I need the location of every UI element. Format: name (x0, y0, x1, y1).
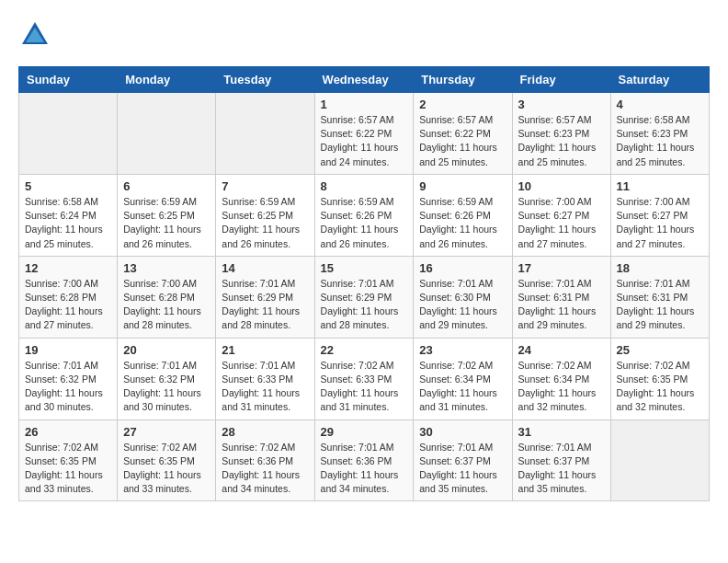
day-number: 3 (518, 98, 605, 111)
day-info: Sunrise: 7:01 AM Sunset: 6:37 PM Dayligh… (419, 441, 506, 497)
day-number: 20 (123, 343, 210, 357)
day-info: Sunrise: 7:01 AM Sunset: 6:29 PM Dayligh… (321, 277, 408, 333)
day-number: 15 (321, 261, 408, 275)
calendar-cell: 16Sunrise: 7:01 AM Sunset: 6:30 PM Dayli… (414, 256, 512, 338)
day-info: Sunrise: 7:02 AM Sunset: 6:36 PM Dayligh… (222, 441, 308, 497)
calendar-cell: 20Sunrise: 7:01 AM Sunset: 6:32 PM Dayli… (118, 338, 216, 419)
weekday-header-wednesday: Wednesday (314, 67, 414, 93)
day-number: 9 (419, 179, 506, 193)
logo-icon (18, 18, 51, 52)
day-info: Sunrise: 6:57 AM Sunset: 6:22 PM Dayligh… (419, 113, 506, 169)
day-number: 8 (321, 179, 408, 193)
calendar-cell: 5Sunrise: 6:58 AM Sunset: 6:24 PM Daylig… (19, 174, 118, 256)
day-info: Sunrise: 7:01 AM Sunset: 6:37 PM Dayligh… (518, 441, 605, 497)
calendar-cell: 23Sunrise: 7:02 AM Sunset: 6:34 PM Dayli… (414, 338, 512, 419)
day-number: 23 (419, 343, 506, 357)
day-number: 19 (25, 343, 111, 357)
day-info: Sunrise: 6:59 AM Sunset: 6:26 PM Dayligh… (419, 195, 506, 251)
calendar-table: SundayMondayTuesdayWednesdayThursdayFrid… (18, 66, 710, 501)
day-info: Sunrise: 7:00 AM Sunset: 6:27 PM Dayligh… (518, 195, 605, 251)
day-info: Sunrise: 7:02 AM Sunset: 6:35 PM Dayligh… (123, 441, 210, 497)
day-number: 7 (222, 179, 308, 193)
day-number: 31 (518, 425, 605, 439)
calendar-cell: 8Sunrise: 6:59 AM Sunset: 6:26 PM Daylig… (314, 174, 414, 256)
day-info: Sunrise: 7:02 AM Sunset: 6:34 PM Dayligh… (518, 359, 605, 415)
calendar-cell: 25Sunrise: 7:02 AM Sunset: 6:35 PM Dayli… (610, 338, 709, 419)
day-info: Sunrise: 7:02 AM Sunset: 6:35 PM Dayligh… (617, 359, 703, 415)
day-info: Sunrise: 7:01 AM Sunset: 6:29 PM Dayligh… (222, 277, 308, 333)
day-info: Sunrise: 7:00 AM Sunset: 6:28 PM Dayligh… (123, 277, 210, 333)
calendar-cell: 13Sunrise: 7:00 AM Sunset: 6:28 PM Dayli… (118, 256, 216, 338)
calendar-cell (118, 93, 216, 175)
calendar-week-2: 5Sunrise: 6:58 AM Sunset: 6:24 PM Daylig… (19, 174, 710, 256)
calendar-cell: 10Sunrise: 7:00 AM Sunset: 6:27 PM Dayli… (512, 174, 610, 256)
calendar-cell: 24Sunrise: 7:02 AM Sunset: 6:34 PM Dayli… (512, 338, 610, 419)
day-info: Sunrise: 6:58 AM Sunset: 6:24 PM Dayligh… (25, 195, 111, 251)
calendar-cell: 3Sunrise: 6:57 AM Sunset: 6:23 PM Daylig… (512, 93, 610, 175)
day-number: 11 (617, 179, 703, 193)
day-info: Sunrise: 7:01 AM Sunset: 6:33 PM Dayligh… (222, 359, 308, 415)
calendar-cell: 19Sunrise: 7:01 AM Sunset: 6:32 PM Dayli… (19, 338, 118, 419)
day-info: Sunrise: 6:59 AM Sunset: 6:26 PM Dayligh… (321, 195, 408, 251)
day-info: Sunrise: 7:01 AM Sunset: 6:36 PM Dayligh… (321, 441, 408, 497)
weekday-header-row: SundayMondayTuesdayWednesdayThursdayFrid… (19, 67, 710, 93)
day-info: Sunrise: 6:57 AM Sunset: 6:22 PM Dayligh… (321, 113, 408, 169)
calendar-cell: 15Sunrise: 7:01 AM Sunset: 6:29 PM Dayli… (314, 256, 414, 338)
calendar-week-3: 12Sunrise: 7:00 AM Sunset: 6:28 PM Dayli… (19, 256, 710, 338)
calendar-cell (610, 419, 709, 501)
day-number: 16 (419, 261, 506, 275)
logo (18, 18, 57, 52)
day-info: Sunrise: 7:00 AM Sunset: 6:28 PM Dayligh… (25, 277, 111, 333)
day-info: Sunrise: 7:01 AM Sunset: 6:31 PM Dayligh… (518, 277, 605, 333)
day-number: 27 (123, 425, 210, 439)
weekday-header-thursday: Thursday (414, 67, 512, 93)
calendar-cell: 11Sunrise: 7:00 AM Sunset: 6:27 PM Dayli… (610, 174, 709, 256)
calendar-cell: 17Sunrise: 7:01 AM Sunset: 6:31 PM Dayli… (512, 256, 610, 338)
day-number: 30 (419, 425, 506, 439)
day-info: Sunrise: 6:58 AM Sunset: 6:23 PM Dayligh… (617, 113, 703, 169)
day-info: Sunrise: 6:59 AM Sunset: 6:25 PM Dayligh… (222, 195, 308, 251)
calendar-cell: 12Sunrise: 7:00 AM Sunset: 6:28 PM Dayli… (19, 256, 118, 338)
day-info: Sunrise: 7:01 AM Sunset: 6:32 PM Dayligh… (123, 359, 210, 415)
day-info: Sunrise: 7:00 AM Sunset: 6:27 PM Dayligh… (617, 195, 703, 251)
calendar-cell: 18Sunrise: 7:01 AM Sunset: 6:31 PM Dayli… (610, 256, 709, 338)
day-info: Sunrise: 7:01 AM Sunset: 6:31 PM Dayligh… (617, 277, 703, 333)
day-number: 17 (518, 261, 605, 275)
calendar-cell: 29Sunrise: 7:01 AM Sunset: 6:36 PM Dayli… (314, 419, 414, 501)
day-info: Sunrise: 7:01 AM Sunset: 6:32 PM Dayligh… (25, 359, 111, 415)
calendar-cell: 28Sunrise: 7:02 AM Sunset: 6:36 PM Dayli… (216, 419, 314, 501)
calendar-week-5: 26Sunrise: 7:02 AM Sunset: 6:35 PM Dayli… (19, 419, 710, 501)
day-number: 5 (25, 179, 111, 193)
weekday-header-sunday: Sunday (19, 67, 118, 93)
calendar-cell: 30Sunrise: 7:01 AM Sunset: 6:37 PM Dayli… (414, 419, 512, 501)
calendar-cell: 22Sunrise: 7:02 AM Sunset: 6:33 PM Dayli… (314, 338, 414, 419)
day-number: 28 (222, 425, 308, 439)
day-info: Sunrise: 6:57 AM Sunset: 6:23 PM Dayligh… (518, 113, 605, 169)
day-info: Sunrise: 7:02 AM Sunset: 6:35 PM Dayligh… (25, 441, 111, 497)
weekday-header-tuesday: Tuesday (216, 67, 314, 93)
calendar-cell: 9Sunrise: 6:59 AM Sunset: 6:26 PM Daylig… (414, 174, 512, 256)
day-info: Sunrise: 7:01 AM Sunset: 6:30 PM Dayligh… (419, 277, 506, 333)
page-header (18, 18, 710, 52)
calendar-cell: 7Sunrise: 6:59 AM Sunset: 6:25 PM Daylig… (216, 174, 314, 256)
calendar-week-1: 1Sunrise: 6:57 AM Sunset: 6:22 PM Daylig… (19, 93, 710, 175)
day-number: 26 (25, 425, 111, 439)
day-number: 4 (617, 98, 703, 111)
calendar-cell: 2Sunrise: 6:57 AM Sunset: 6:22 PM Daylig… (414, 93, 512, 175)
calendar-cell: 26Sunrise: 7:02 AM Sunset: 6:35 PM Dayli… (19, 419, 118, 501)
day-number: 14 (222, 261, 308, 275)
day-number: 18 (617, 261, 703, 275)
calendar-cell: 6Sunrise: 6:59 AM Sunset: 6:25 PM Daylig… (118, 174, 216, 256)
day-info: Sunrise: 7:02 AM Sunset: 6:33 PM Dayligh… (321, 359, 408, 415)
day-number: 21 (222, 343, 308, 357)
day-number: 24 (518, 343, 605, 357)
day-info: Sunrise: 6:59 AM Sunset: 6:25 PM Dayligh… (123, 195, 210, 251)
day-number: 29 (321, 425, 408, 439)
calendar-cell (19, 93, 118, 175)
calendar-week-4: 19Sunrise: 7:01 AM Sunset: 6:32 PM Dayli… (19, 338, 710, 419)
day-number: 22 (321, 343, 408, 357)
day-info: Sunrise: 7:02 AM Sunset: 6:34 PM Dayligh… (419, 359, 506, 415)
weekday-header-saturday: Saturday (610, 67, 709, 93)
day-number: 25 (617, 343, 703, 357)
day-number: 12 (25, 261, 111, 275)
